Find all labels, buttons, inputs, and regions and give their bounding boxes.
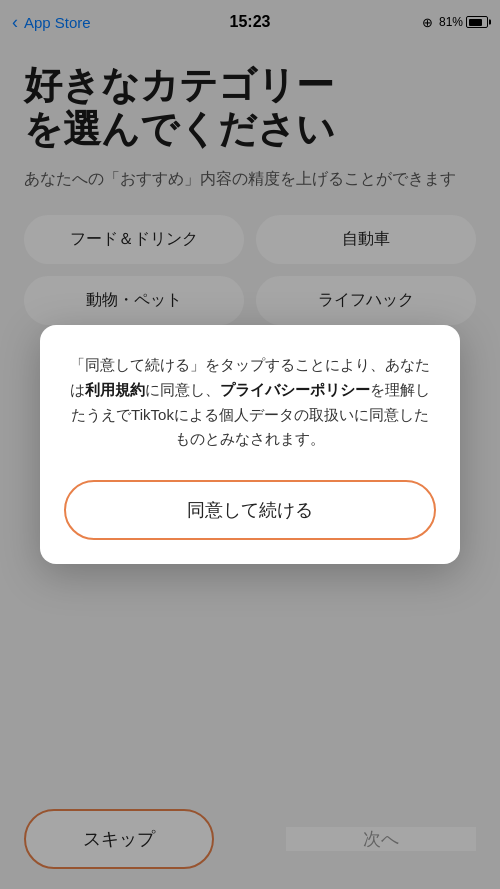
agree-continue-button[interactable]: 同意して続ける [64,480,436,540]
modal-card: 「同意して続ける」をタップすることにより、あなたは利用規約に同意し、プライバシー… [40,325,460,564]
terms-link[interactable]: 利用規約 [85,381,145,398]
modal-overlay: 「同意して続ける」をタップすることにより、あなたは利用規約に同意し、プライバシー… [0,0,500,889]
privacy-link[interactable]: プライバシーポリシー [220,381,370,398]
modal-body-text: 「同意して続ける」をタップすることにより、あなたは利用規約に同意し、プライバシー… [64,353,436,452]
